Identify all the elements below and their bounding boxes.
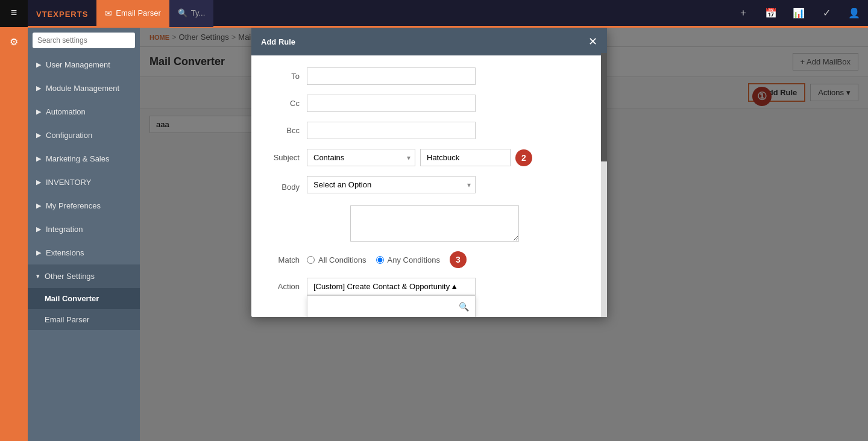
action-dropdown: 🔍 Add to Lead [FROM] Add to Lead [TO] Ad… <box>307 295 476 317</box>
main-content: HOME > Other Settings > Mail Converter M… <box>140 28 868 441</box>
nav-chart-icon[interactable]: 📊 <box>785 0 813 27</box>
sidebar-label: INVENTORY <box>46 178 91 187</box>
top-navigation: ≡ VTEXPERTS ✉ Email Parser 🔍 Ty... ＋ 📅 📊… <box>0 0 868 28</box>
all-conditions-text: All Conditions <box>318 255 366 264</box>
sidebar-item-other-settings[interactable]: ▾ Other Settings <box>28 264 140 288</box>
any-conditions-text: Any Conditions <box>388 255 440 264</box>
sidebar-item-module-management[interactable]: ▶ Module Management <box>28 77 140 100</box>
any-conditions-radio[interactable] <box>376 256 384 264</box>
subitem-label: Mail Converter <box>45 294 99 303</box>
settings-gear-icon[interactable]: ⚙ <box>0 28 28 55</box>
body-spacer <box>307 205 343 210</box>
sidebar-label: User Management <box>46 60 110 69</box>
modal-body: To Cc Bcc Subject Contains <box>251 55 607 317</box>
sidebar-item-integration[interactable]: ▶ Integration <box>28 217 140 241</box>
subject-controls: Contains Equals Starts With Ends With ▾ … <box>307 149 532 166</box>
action-search-input[interactable] <box>313 299 456 313</box>
sidebar-item-inventory[interactable]: ▶ INVENTORY <box>28 170 140 194</box>
sidebar-label: Automation <box>46 107 86 116</box>
subject-label: Subject <box>263 149 300 162</box>
all-conditions-label[interactable]: All Conditions <box>307 255 366 264</box>
hamburger-menu[interactable]: ≡ <box>0 0 28 27</box>
action-search-icon: 🔍 <box>459 302 469 311</box>
match-options: All Conditions Any Conditions 3 <box>307 251 467 268</box>
arrow-icon: ▶ <box>36 178 41 186</box>
cc-field-row: Cc <box>263 95 595 112</box>
sidebar-subitem-mail-converter[interactable]: Mail Converter <box>28 288 140 309</box>
match-label: Match <box>263 251 300 264</box>
modal-title: Add Rule <box>261 37 295 46</box>
to-label: To <box>263 67 300 81</box>
sidebar-label: Integration <box>46 225 83 234</box>
all-conditions-radio[interactable] <box>307 256 315 264</box>
nav-calendar-icon[interactable]: 📅 <box>757 0 785 27</box>
body-condition-wrap: Select an Option ▾ <box>307 176 476 193</box>
app-logo: VTEXPERTS <box>28 6 96 20</box>
modal-scrollbar[interactable] <box>601 53 607 317</box>
sidebar-subitem-email-parser[interactable]: Email Parser <box>28 309 140 330</box>
subject-field-row: Subject Contains Equals Starts With Ends… <box>263 149 595 166</box>
arrow-icon: ▶ <box>36 61 41 69</box>
nav-user-icon[interactable]: 👤 <box>840 0 868 27</box>
logo-prefix: VTE <box>36 10 53 19</box>
nav-search[interactable]: 🔍 Ty... <box>169 0 214 27</box>
nav-check-icon[interactable]: ✓ <box>813 0 840 27</box>
action-label: Action <box>263 278 300 291</box>
arrow-icon: ▾ <box>36 272 40 280</box>
body-condition-select[interactable]: Select an Option <box>307 176 476 193</box>
bcc-label: Bcc <box>263 122 300 135</box>
sidebar-label: My Preferences <box>46 201 101 210</box>
email-parser-tab[interactable]: ✉ Email Parser <box>96 0 169 27</box>
bcc-field-row: Bcc <box>263 122 595 139</box>
email-parser-tab-label: Email Parser <box>116 8 160 17</box>
sidebar-label: Marketing & Sales <box>46 154 110 163</box>
sidebar-label: Extensions <box>46 248 84 257</box>
nav-add-icon[interactable]: ＋ <box>729 0 757 27</box>
badge-2: 2 <box>515 149 532 166</box>
arrow-icon: ▶ <box>36 84 41 92</box>
sidebar-item-configuration[interactable]: ▶ Configuration <box>28 124 140 147</box>
to-input[interactable] <box>307 67 476 85</box>
match-field-row: Match All Conditions Any Conditions 3 <box>263 251 595 268</box>
sidebar-item-automation[interactable]: ▶ Automation <box>28 100 140 124</box>
action-dropdown-arrow-icon: ▲ <box>450 282 458 291</box>
sidebar-item-my-preferences[interactable]: ▶ My Preferences <box>28 194 140 217</box>
action-field-row: Action [Custom] Create Contact & Opportu… <box>263 278 595 295</box>
subject-condition-wrap: Contains Equals Starts With Ends With ▾ <box>307 149 415 166</box>
sidebar-item-user-management[interactable]: ▶ User Management <box>28 53 140 77</box>
subject-value-input[interactable] <box>420 149 511 166</box>
action-selected-text: [Custom] Create Contact & Opportunity <box>313 282 450 291</box>
action-select-trigger[interactable]: [Custom] Create Contact & Opportunity ▲ <box>307 278 476 295</box>
email-icon: ✉ <box>105 8 112 18</box>
search-icon: 🔍 <box>178 8 187 17</box>
sidebar-item-marketing-sales[interactable]: ▶ Marketing & Sales <box>28 147 140 170</box>
modal-header: Add Rule ✕ <box>251 28 607 55</box>
search-settings-input[interactable] <box>33 33 135 48</box>
nav-right-icons: ＋ 📅 📊 ✓ 👤 <box>729 0 868 27</box>
subject-condition-select[interactable]: Contains Equals Starts With Ends With <box>307 149 415 166</box>
modal-scrollbar-thumb <box>601 53 607 161</box>
body-label: Body <box>263 178 300 192</box>
search-settings-container[interactable] <box>33 33 135 48</box>
sidebar-item-extensions[interactable]: ▶ Extensions <box>28 241 140 264</box>
nav-search-label: Ty... <box>191 8 206 17</box>
subitem-label: Email Parser <box>45 315 89 324</box>
arrow-icon: ▶ <box>36 225 41 233</box>
arrow-icon: ▶ <box>36 249 41 257</box>
to-field-row: To <box>263 67 595 85</box>
body-textarea[interactable] <box>350 205 519 242</box>
sidebar-label: Other Settings <box>45 272 95 281</box>
action-dropdown-wrap: [Custom] Create Contact & Opportunity ▲ … <box>307 278 476 295</box>
arrow-icon: ▶ <box>36 155 41 163</box>
arrow-icon: ▶ <box>36 131 41 139</box>
sidebar-label: Module Management <box>46 84 119 93</box>
modal-close-button[interactable]: ✕ <box>588 35 597 48</box>
any-conditions-label[interactable]: Any Conditions <box>376 255 440 264</box>
add-rule-modal: Add Rule ✕ To Cc Bcc <box>251 28 607 317</box>
arrow-icon: ▶ <box>36 202 41 210</box>
bcc-input[interactable] <box>307 122 476 139</box>
arrow-icon: ▶ <box>36 108 41 116</box>
cc-input[interactable] <box>307 95 476 112</box>
cc-label: Cc <box>263 95 300 108</box>
settings-icon-bar: ⚙ <box>0 28 28 441</box>
